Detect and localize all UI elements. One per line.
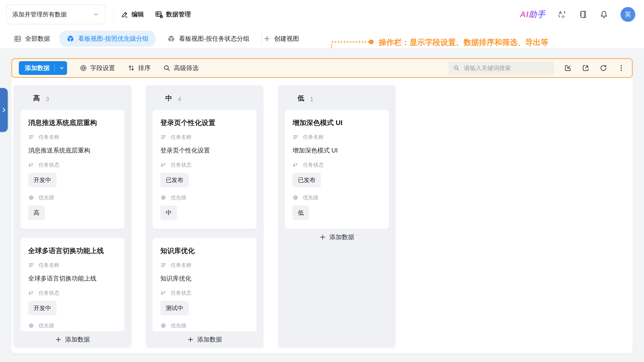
field-label-name: 任务名称 — [292, 134, 381, 141]
column-title: 低 — [298, 93, 304, 103]
card-title: 知识库优化 — [160, 247, 249, 255]
workspace-selector[interactable]: 添加并管理所有数据 — [6, 4, 105, 24]
column-header[interactable]: 高 3 — [14, 85, 132, 103]
data-manage-label: 数据管理 — [166, 10, 191, 18]
priority-tag: 高 — [28, 205, 45, 220]
field-settings-button[interactable]: 字段设置 — [80, 64, 115, 72]
magnifier-icon — [163, 64, 171, 72]
database-gear-icon — [155, 10, 163, 18]
field-label-status: 任务状态 — [28, 290, 117, 297]
sort-button[interactable]: 排序 — [128, 64, 150, 72]
field-label-priority: 优先级 — [28, 322, 117, 329]
chevron-down-icon — [92, 11, 99, 18]
card-name-value: 消息推送系统底层重构 — [28, 146, 117, 155]
field-label-priority: 优先级 — [292, 194, 381, 201]
card-title: 登录页个性化设置 — [160, 118, 249, 127]
add-card-label: 添加数据 — [197, 335, 222, 344]
status-field-icon — [160, 290, 166, 296]
kanban-card[interactable]: 知识库优化 任务名称 知识库优化 任务状态 测试中 优先级 — [152, 238, 256, 331]
field-label-status: 任务状态 — [292, 161, 381, 168]
add-card-button[interactable]: 添加数据 — [278, 229, 396, 246]
bell-icon[interactable] — [600, 10, 608, 18]
field-label-text: 任务状态 — [303, 161, 324, 168]
sidebar-expand-button[interactable] — [0, 88, 8, 132]
plus-icon — [55, 336, 62, 343]
plus-icon — [187, 336, 194, 343]
field-label-priority: 优先级 — [160, 322, 249, 329]
add-card-button[interactable]: 添加数据 — [146, 331, 264, 348]
edit-button[interactable]: 编辑 — [121, 10, 144, 18]
ai-assistant-button[interactable]: AI助手 — [520, 9, 546, 20]
advanced-filter-button[interactable]: 高级筛选 — [163, 64, 198, 72]
tab-all-data[interactable]: 全部数据 — [14, 34, 50, 43]
notebook-icon[interactable] — [579, 10, 587, 18]
board-panel: 添加数据 字段设置 排序 — [12, 58, 632, 353]
tab-label: 全部数据 — [25, 34, 50, 43]
add-card-button[interactable]: 添加数据 — [14, 331, 132, 348]
action-toolbar: 添加数据 字段设置 排序 — [12, 58, 632, 78]
annotation-dot — [369, 39, 374, 44]
kanban-cube-icon — [66, 35, 74, 43]
field-label-name: 任务名称 — [160, 262, 249, 269]
add-data-button[interactable]: 添加数据 — [19, 61, 67, 75]
tab-kanban-status[interactable]: 看板视图-按任务状态分组 — [167, 34, 249, 43]
field-label-text: 任务状态 — [171, 161, 192, 168]
kanban-card[interactable]: 消息推送系统底层重构 任务名称 消息推送系统底层重构 任务状态 开发中 优先级 … — [20, 110, 124, 229]
edit-label: 编辑 — [132, 10, 144, 18]
translate-icon[interactable]: A 中 — [558, 10, 566, 19]
target-icon — [160, 195, 166, 201]
more-kebab-icon[interactable] — [617, 64, 625, 72]
avatar[interactable]: 英 — [620, 7, 635, 22]
workspace-selector-label: 添加并管理所有数据 — [12, 10, 67, 18]
column-title: 中 — [165, 93, 172, 103]
add-card-label: 添加数据 — [65, 335, 90, 344]
export-icon[interactable] — [582, 64, 590, 72]
field-label-text: 任务名称 — [171, 134, 192, 141]
card-title: 增加深色模式 UI — [292, 118, 381, 127]
topbar-divider — [113, 9, 114, 20]
import-icon[interactable] — [564, 64, 572, 72]
app-root: 添加并管理所有数据 编辑 数据管理 AI助手 A 中 — [0, 0, 644, 362]
card-name-value: 全球多语言切换功能上线 — [28, 274, 117, 283]
text-field-icon — [28, 262, 34, 268]
tab-kanban-priority[interactable]: 看板视图-按照优先级分组 — [59, 31, 156, 46]
kanban-card[interactable]: 全球多语言切换功能上线 任务名称 全球多语言切换功能上线 任务状态 开发中 优先… — [20, 238, 124, 331]
card-title: 全球多语言切换功能上线 — [28, 247, 117, 255]
kanban-cube-icon — [167, 35, 175, 43]
sort-label: 排序 — [138, 64, 150, 72]
field-label-text: 优先级 — [38, 322, 54, 329]
column-title: 高 — [33, 93, 40, 103]
field-label-text: 优先级 — [303, 194, 318, 201]
kanban-card[interactable]: 增加深色模式 UI 任务名称 增加深色模式 UI 任务状态 已发布 优先级 低 — [285, 110, 389, 229]
refresh-icon[interactable] — [600, 64, 608, 72]
create-view-button[interactable]: 创建视图 — [264, 34, 299, 43]
card-name-value: 知识库优化 — [160, 274, 249, 283]
field-label-text: 任务名称 — [303, 134, 324, 141]
column-header[interactable]: 中 4 — [146, 85, 264, 103]
priority-tag: 中 — [160, 205, 177, 220]
target-icon — [28, 323, 34, 329]
tab-label: 看板视图-按照优先级分组 — [78, 34, 148, 43]
priority-tag: 低 — [292, 205, 309, 220]
column-count: 4 — [178, 96, 181, 103]
field-label-priority: 优先级 — [160, 194, 249, 201]
kanban-card[interactable]: 登录页个性化设置 任务名称 登录页个性化设置 任务状态 已发布 优先级 中 — [152, 110, 256, 229]
text-field-icon — [160, 134, 166, 140]
kanban-column: 中 4 登录页个性化设置 任务名称 登录页个性化设置 任务状态 已发布 优先级 … — [146, 85, 264, 348]
chevron-down-icon — [58, 64, 66, 72]
data-manage-button[interactable]: 数据管理 — [155, 10, 191, 18]
card-title: 消息推送系统底层重构 — [28, 118, 117, 127]
column-count: 1 — [310, 96, 314, 103]
field-label-text: 任务名称 — [171, 262, 192, 269]
kanban-board: 高 3 消息推送系统底层重构 任务名称 消息推送系统底层重构 任务状态 开发中 … — [14, 85, 396, 348]
status-field-icon — [28, 290, 34, 296]
search-box[interactable] — [448, 61, 554, 75]
status-field-icon — [292, 162, 298, 168]
search-input[interactable] — [464, 64, 545, 71]
avatar-text: 英 — [625, 10, 631, 19]
field-label-name: 任务名称 — [28, 134, 117, 141]
plus-icon — [264, 35, 270, 42]
field-label-status: 任务状态 — [28, 161, 117, 168]
column-header[interactable]: 低 1 — [278, 85, 396, 103]
search-icon — [453, 65, 460, 71]
